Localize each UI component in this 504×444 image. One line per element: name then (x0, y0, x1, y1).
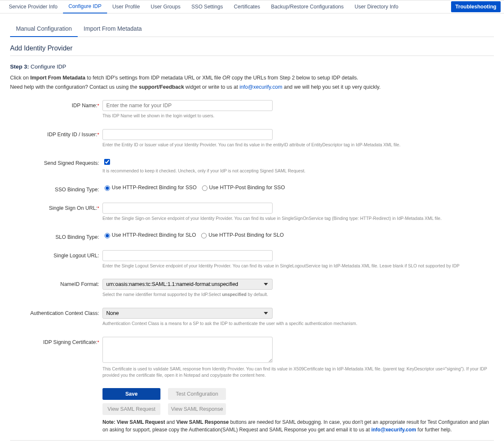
auth-context-label: Authentication Context Class: (10, 308, 102, 327)
view-saml-response-button[interactable]: View SAML Response (168, 403, 226, 415)
slo-url-input[interactable] (102, 250, 273, 261)
signed-requests-help: It is recommended to keep it checked. Un… (102, 168, 494, 174)
sso-binding-redirect-option[interactable]: Use HTTP-Redirect Binding for SSO (102, 184, 197, 191)
slo-url-help: Enter the Single Logout Service endpoint… (102, 263, 494, 269)
support-email-link[interactable]: info@xecurify.com (239, 84, 282, 90)
entity-id-help: Enter the Entity ID or Issuer value of y… (102, 142, 494, 148)
tab-service-provider-info[interactable]: Service Provider Info (3, 0, 63, 13)
sso-url-input[interactable] (102, 203, 273, 214)
nameid-format-label: NameID Format: (10, 279, 102, 298)
note-email-link[interactable]: info@xecurify.com (371, 427, 416, 433)
sub-tab-bar: Manual Configuration Import From Metadat… (10, 22, 494, 37)
test-configuration-button[interactable]: Test Configuration (168, 388, 226, 400)
tab-configure-idp[interactable]: Configure IDP (63, 0, 107, 13)
sso-url-help: Enter the Single Sign-on Service endpoin… (102, 215, 494, 222)
signed-requests-label: Send Signed Requests: (10, 158, 102, 174)
tab-user-directory-info[interactable]: User Directory Info (349, 0, 404, 13)
slo-binding-label: SLO Binding Type: (10, 232, 102, 240)
slo-url-label: Single Logout URL: (10, 250, 102, 269)
idp-name-input[interactable] (102, 100, 273, 111)
sso-binding-post-radio[interactable] (202, 185, 207, 191)
slo-binding-post-option[interactable]: Use HTTP-Post Binding for SLO (199, 232, 284, 238)
nameid-format-help: Select the name identifier format suppor… (102, 291, 494, 298)
tab-user-profile[interactable]: User Profile (107, 0, 145, 13)
sso-binding-label: SSO Binding Type: (10, 184, 102, 193)
save-button[interactable]: Save (102, 388, 160, 400)
idp-cert-textarea[interactable] (102, 337, 273, 363)
sub-tab-import-from-metadata[interactable]: Import From Metadata (78, 22, 148, 37)
bottom-divider (10, 440, 494, 441)
idp-name-help: This IDP Name will be shown in the login… (102, 113, 494, 119)
entity-id-label: IDP Entity ID / Issuer:* (10, 129, 102, 148)
slo-binding-redirect-option[interactable]: Use HTTP-Redirect Binding for SLO (102, 232, 196, 238)
idp-name-label: IDP Name:* (10, 100, 102, 119)
slo-binding-post-radio[interactable] (201, 233, 207, 238)
description-line-2: Need help with the configuration? Contac… (10, 84, 494, 90)
troubleshooting-button[interactable]: Troubleshooting (451, 1, 501, 12)
auth-context-select[interactable]: None (102, 308, 273, 319)
sso-binding-post-option[interactable]: Use HTTP-Post Binding for SSO (200, 184, 285, 191)
auth-context-help: Authentication Context Class is a means … (102, 320, 494, 327)
tab-certificates[interactable]: Certificates (228, 0, 266, 13)
sub-tab-manual-configuration[interactable]: Manual Configuration (10, 22, 78, 37)
page-title: Add Identity Provider (10, 45, 494, 56)
signed-requests-checkbox[interactable] (104, 159, 110, 165)
saml-debugging-note: Note: View SAML Request and View SAML Re… (102, 418, 494, 433)
view-saml-request-button[interactable]: View SAML Request (102, 403, 160, 415)
tab-user-groups[interactable]: User Groups (145, 0, 186, 13)
step-heading: Step 3: Configure IDP (10, 63, 494, 70)
sso-url-label: Single Sign On URL:* (10, 203, 102, 222)
nameid-format-select[interactable]: urn:oasis:names:tc:SAML:1.1:nameid-forma… (102, 279, 273, 290)
slo-binding-redirect-radio[interactable] (105, 233, 110, 238)
tab-sso-settings[interactable]: SSO Settings (186, 0, 228, 13)
idp-cert-help: This Certificate is used to validate SAM… (102, 366, 494, 378)
idp-cert-label: IDP Signing Certificate:* (10, 337, 102, 378)
entity-id-input[interactable] (102, 129, 273, 140)
top-tab-bar: Service Provider Info Configure IDP User… (0, 0, 504, 13)
tab-backup-restore[interactable]: Backup/Restore Configurations (265, 0, 349, 13)
description-line-1: Click on Import From Metadata to fetch I… (10, 75, 494, 81)
sso-binding-redirect-radio[interactable] (105, 185, 110, 191)
